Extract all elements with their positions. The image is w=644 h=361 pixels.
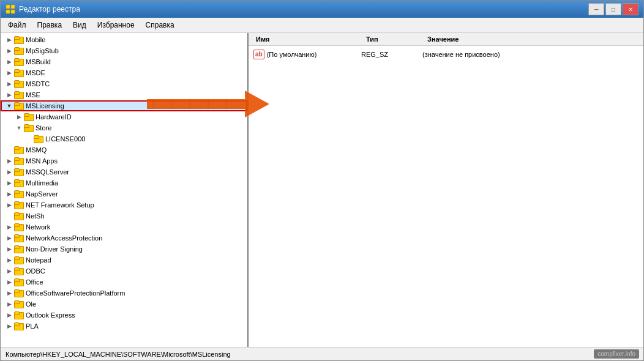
- tree-item-mssqlserver[interactable]: ▶ MSSQLServer: [1, 166, 247, 177]
- menu-file[interactable]: Файл: [3, 19, 31, 31]
- expander-icon: ▶: [4, 35, 14, 45]
- tree-item-msmq[interactable]: ▶ MSMQ: [1, 144, 247, 155]
- folder-icon: [14, 256, 24, 264]
- tree-item-netsh[interactable]: ▶ NetSh: [1, 210, 247, 221]
- expander-icon: ▶: [4, 299, 14, 309]
- tree-item-nondriversigning[interactable]: ▶ Non-Driver Signing: [1, 244, 247, 255]
- svg-rect-2: [6, 10, 10, 13]
- expander-icon: ▶: [4, 277, 14, 287]
- tree-label: LICENSE000: [45, 135, 85, 143]
- tree-label: NetSh: [26, 212, 45, 220]
- tree-item-msdtc[interactable]: ▶ MSDTC: [1, 78, 247, 89]
- folder-icon: [14, 146, 24, 154]
- tree-item-ospp[interactable]: ▶ OfficeSoftwareProtectionPlatform: [1, 288, 247, 299]
- tree-item-office[interactable]: ▶ Office: [1, 277, 247, 288]
- folder-icon: [14, 190, 24, 198]
- maximize-button[interactable]: □: [605, 3, 621, 15]
- tree-label: Multimedia: [26, 179, 58, 187]
- tree-item-license000[interactable]: ▶ LICENSE000: [1, 133, 247, 144]
- tree-label: MSN Apps: [26, 157, 58, 165]
- expander-icon: ▶: [4, 288, 14, 298]
- tree-item-msnapps[interactable]: ▶ MSN Apps: [1, 155, 247, 166]
- tree-item-mslicensing[interactable]: ▼ MSLicensing: [1, 100, 247, 111]
- svg-rect-3: [11, 10, 15, 13]
- menu-favorites[interactable]: Избранное: [92, 19, 140, 31]
- folder-icon: [14, 289, 24, 297]
- expander-icon: ▶: [14, 112, 24, 122]
- menu-view[interactable]: Вид: [68, 19, 91, 31]
- folder-icon: [14, 201, 24, 209]
- tree-item-mobile[interactable]: ▶ Mobile: [1, 34, 247, 45]
- folder-icon: [14, 223, 24, 231]
- expander-icon: ▼: [14, 123, 24, 133]
- tree-label-mslicensing: MSLicensing: [26, 102, 64, 110]
- tree-item-mse[interactable]: ▶ MSE: [1, 89, 247, 100]
- tree-item-network[interactable]: ▶ Network: [1, 221, 247, 233]
- col-header-name: Имя: [251, 34, 361, 44]
- tree-item-msbuild[interactable]: ▶ MSBuild: [1, 56, 247, 67]
- detail-cell-type: REG_SZ: [361, 51, 422, 58]
- menu-bar: Файл Правка Вид Избранное Справка: [1, 18, 643, 33]
- expander-icon: ▶: [4, 46, 14, 56]
- tree-item-multimedia[interactable]: ▶ Multimedia: [1, 177, 247, 188]
- minimize-button[interactable]: ─: [588, 3, 604, 15]
- tree-label: ODBC: [26, 267, 45, 275]
- folder-icon: [14, 278, 24, 286]
- expander-icon: ▶: [4, 68, 14, 78]
- col-header-type: Тип: [361, 34, 422, 44]
- tree-item-pla[interactable]: ▶ PLA: [1, 321, 247, 332]
- tree-label: MSMQ: [26, 146, 47, 154]
- detail-table: ab (По умолчанию) REG_SZ (значение не пр…: [249, 46, 643, 347]
- window-controls: ─ □ ✕: [588, 3, 638, 15]
- expander-icon: ▶: [4, 310, 14, 320]
- folder-icon: [14, 102, 24, 110]
- tree-item-msde[interactable]: ▶ MSDE: [1, 67, 247, 78]
- folder-icon: [14, 35, 24, 44]
- tree-item-outlookexpress[interactable]: ▶ Outlook Express: [1, 310, 247, 321]
- tree-label: NapServer: [26, 190, 58, 198]
- tree-scroll[interactable]: ▶ Mobile ▶ MpSigStub ▶ MSBuild: [1, 33, 247, 347]
- title-bar: Редактор реестра ─ □ ✕: [1, 1, 643, 18]
- expander-icon: ▶: [4, 156, 14, 166]
- expander-icon: ▶: [4, 222, 14, 232]
- tree-label: NetworkAccessProtection: [26, 234, 102, 242]
- app-icon: [6, 4, 15, 14]
- tree-item-netframework[interactable]: ▶ NET Framework Setup: [1, 199, 247, 210]
- tree-label: NET Framework Setup: [26, 201, 94, 209]
- folder-icon: [14, 157, 24, 165]
- tree-label: MSBuild: [26, 58, 51, 65]
- close-button[interactable]: ✕: [623, 3, 638, 15]
- detail-name-text: (По умолчанию): [267, 51, 317, 58]
- tree-item-hardwareid[interactable]: ▶ HardwareID: [1, 111, 247, 122]
- expander-icon: ▶: [4, 90, 14, 100]
- folder-icon: [14, 58, 24, 66]
- menu-edit[interactable]: Правка: [32, 19, 67, 31]
- expander-icon: ▶: [4, 57, 14, 67]
- tree-item-odbc[interactable]: ▶ ODBC: [1, 266, 247, 277]
- folder-icon: [14, 80, 24, 88]
- tree-label: Notepad: [26, 256, 51, 264]
- detail-cell-value: (значение не присвоено): [422, 51, 638, 58]
- folder-icon: [24, 113, 34, 121]
- menu-help[interactable]: Справка: [141, 19, 179, 31]
- watermark: compfixer.info: [594, 349, 639, 359]
- tree-item-notepad[interactable]: ▶ Notepad: [1, 255, 247, 266]
- tree-label: Network: [26, 223, 50, 231]
- detail-row[interactable]: ab (По умолчанию) REG_SZ (значение не пр…: [251, 48, 641, 61]
- tree-label: MpSigStub: [26, 47, 59, 54]
- tree-item-nap[interactable]: ▶ NetworkAccessProtection: [1, 233, 247, 244]
- tree-label: Outlook Express: [26, 311, 75, 319]
- tree-label: MSSQLServer: [26, 168, 69, 176]
- tree-item-ole[interactable]: ▶ Ole: [1, 299, 247, 310]
- expander-icon: ▶: [4, 189, 14, 199]
- tree-item-store[interactable]: ▼ Store: [1, 122, 247, 133]
- folder-icon: [14, 234, 24, 242]
- detail-pane: Имя Тип Значение ab (По умолчанию) REG_S…: [249, 33, 643, 347]
- status-path: Компьютер\HKEY_LOCAL_MACHINE\SOFTWARE\Mi…: [6, 351, 231, 358]
- ab-icon: ab: [253, 50, 264, 59]
- tree-item-mpsigstub[interactable]: ▶ MpSigStub: [1, 45, 247, 56]
- tree-label: Store: [36, 124, 51, 132]
- folder-icon: [34, 135, 43, 143]
- tree-item-napserver[interactable]: ▶ NapServer: [1, 188, 247, 199]
- expander-icon: ▼: [4, 101, 14, 111]
